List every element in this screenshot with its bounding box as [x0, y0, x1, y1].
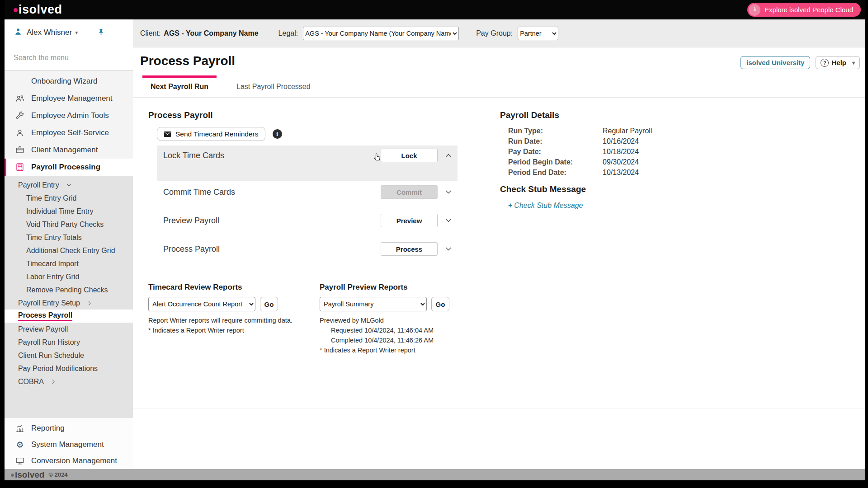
chevron-down-icon — [66, 182, 72, 188]
app-frame: isolved Explore isolved People Cloud Ale… — [5, 0, 865, 480]
pin-icon[interactable] — [97, 28, 105, 37]
timecard-review-reports: Timecard Review Reports Alert Occurrence… — [148, 283, 292, 335]
sidebar-item-employee-management[interactable]: Employee Management — [5, 90, 133, 107]
submenu-individual-time-entry[interactable]: Individual Time Entry — [5, 205, 133, 218]
lock-time-cards-title: Lock Time Cards — [163, 151, 224, 160]
sidebar-bottom-menu: Reporting ⚙ System Management Conversion… — [5, 418, 133, 471]
process-payroll-section-title: Process Payroll — [148, 110, 213, 120]
active-tab-indicator — [142, 75, 217, 78]
client-value: AGS - Your Company Name — [164, 29, 258, 38]
check-stub-message-title: Check Stub Message — [500, 184, 586, 194]
send-timecard-reminders-button[interactable]: Send Timecard Reminders — [157, 127, 265, 141]
submenu-remove-pending-checks[interactable]: Remove Pending Checks — [5, 283, 133, 296]
tab-last-payroll-processed[interactable]: Last Payroll Processed — [228, 75, 319, 91]
sidebar-item-employee-self-service[interactable]: Employee Self-Service — [5, 124, 133, 141]
payroll-details-grid: Run Type: Regular Payroll Run Date: 10/1… — [508, 126, 652, 178]
main-content: Process Payroll isolved University ? Hel… — [133, 47, 865, 469]
person-icon — [14, 128, 25, 138]
user-menu[interactable]: Alex Whisner ▾ — [5, 19, 133, 45]
explore-label: Explore isolved People Cloud — [764, 6, 853, 14]
chevron-up-icon[interactable] — [444, 151, 453, 160]
explore-people-cloud-badge[interactable]: Explore isolved People Cloud — [747, 3, 861, 17]
submenu-payroll-run-history[interactable]: Payroll Run History — [5, 336, 133, 349]
user-icon — [14, 27, 23, 38]
process-button[interactable]: Process — [381, 242, 438, 256]
completed-line: Completed 10/4/2024, 11:46:26 AM — [320, 335, 449, 345]
payroll-preview-reports: Payroll Preview Reports Payroll Summary … — [320, 283, 449, 355]
sidebar-item-payroll-processing[interactable]: Payroll Processing — [5, 159, 133, 176]
chevron-down-icon[interactable] — [444, 244, 453, 253]
rocket-icon — [749, 4, 760, 16]
preview-report-go-button[interactable]: Go — [431, 297, 449, 311]
accordion-process-payroll: Process Payroll Process — [157, 241, 458, 257]
sidebar-item-client-management[interactable]: Client Management — [5, 141, 133, 159]
accordion-lock-time-cards: Lock Time Cards Lock — [157, 145, 458, 181]
preview-reports-title: Payroll Preview Reports — [320, 283, 449, 292]
submenu-void-third-party-checks[interactable]: Void Third Party Checks — [5, 218, 133, 231]
timecard-reports-title: Timecard Review Reports — [148, 283, 292, 292]
submenu-preview-payroll[interactable]: Preview Payroll — [5, 323, 133, 336]
pay-group-select[interactable]: Partner — [518, 27, 558, 40]
submenu-timecard-import[interactable]: Timecard Import — [5, 257, 133, 270]
info-icon[interactable]: i — [273, 129, 282, 139]
isolved-university-button[interactable]: isolved University — [741, 56, 810, 69]
chart-icon — [14, 423, 25, 433]
submenu-client-run-schedule[interactable]: Client Run Schedule — [5, 349, 133, 362]
copyright: © 2024 — [48, 471, 67, 478]
accordion-preview-payroll: Preview Payroll Preview — [157, 212, 458, 229]
sidebar-item-onboarding-wizard[interactable]: Onboarding Wizard — [5, 73, 133, 90]
sidebar-item-reporting[interactable]: Reporting — [5, 420, 133, 436]
payroll-details-panel: Payroll Details Run Type: Regular Payrol… — [500, 110, 652, 178]
help-button[interactable]: ? Help ▾ — [816, 56, 860, 69]
submenu-labor-entry-grid[interactable]: Labor Entry Grid — [5, 270, 133, 283]
submenu-additional-check-entry-grid[interactable]: Additional Check Entry Grid — [5, 244, 133, 257]
sidebar-menu: Onboarding Wizard Employee Management Em… — [5, 71, 133, 469]
sidebar-item-conversion-management[interactable]: Conversion Management — [5, 453, 133, 469]
sidebar-item-system-management[interactable]: ⚙ System Management — [5, 436, 133, 453]
timecard-report-go-button[interactable]: Go — [260, 297, 278, 311]
preview-report-select[interactable]: Payroll Summary — [320, 297, 427, 311]
report-writer-asterisk-note: * Indicates a Report Writer report — [320, 345, 449, 355]
accordion-commit-time-cards: Commit Time Cards Commit — [157, 184, 458, 200]
footer-logo: isolved — [11, 470, 44, 480]
calculator-icon — [14, 162, 25, 172]
footer-logo-dot-icon — [11, 474, 14, 477]
commit-button[interactable]: Commit — [381, 185, 438, 199]
submenu-process-payroll[interactable]: Process Payroll — [5, 310, 133, 323]
chevron-down-icon[interactable] — [444, 188, 453, 197]
client-label: Client: — [140, 29, 160, 38]
chevron-down-icon[interactable] — [444, 216, 453, 225]
add-check-stub-message-link[interactable]: +Check Stub Message — [508, 202, 583, 210]
lock-button[interactable]: Lock — [381, 149, 438, 162]
submenu-time-entry-totals[interactable]: Time Entry Totals — [5, 231, 133, 244]
legal-select[interactable]: AGS - Your Company Name (Your Company Na… — [303, 27, 459, 40]
question-circle-icon: ? — [821, 59, 829, 67]
sidebar-item-employee-admin-tools[interactable]: Employee Admin Tools — [5, 107, 133, 124]
legal-label: Legal: — [278, 29, 298, 38]
tab-next-payroll-run[interactable]: Next Payroll Run — [142, 75, 217, 91]
submenu-pay-period-modifications[interactable]: Pay Period Modifications — [5, 362, 133, 375]
submenu-payroll-entry[interactable]: Payroll Entry — [5, 178, 133, 192]
tab-bar: Next Payroll Run Last Payroll Processed — [142, 75, 319, 91]
previewed-by-line: Previewed by MLGold — [320, 315, 449, 325]
search-input[interactable] — [5, 45, 133, 70]
preview-button[interactable]: Preview — [381, 214, 438, 227]
report-writer-note: Report Writer reports will require commi… — [148, 315, 292, 325]
preview-payroll-title: Preview Payroll — [163, 216, 219, 225]
wrench-icon — [14, 111, 25, 121]
briefcase-icon — [14, 145, 25, 155]
tab-divider — [133, 97, 865, 98]
submenu-payroll-entry-setup[interactable]: Payroll Entry Setup — [5, 296, 133, 310]
gear-icon: ⚙ — [14, 441, 25, 449]
user-name: Alex Whisner — [27, 28, 72, 37]
submenu-cobra[interactable]: COBRA — [5, 375, 133, 388]
payroll-processing-submenu: Payroll Entry Time Entry Grid Individual… — [5, 176, 133, 418]
sidebar: Alex Whisner ▾ Onboarding Wizard Employe… — [5, 19, 133, 469]
footer: isolved © 2024 — [5, 469, 865, 480]
monitor-icon — [14, 456, 25, 466]
caret-down-icon: ▾ — [75, 29, 78, 36]
timecard-report-select[interactable]: Alert Occurrence Count Report — [148, 297, 255, 311]
plus-icon: + — [508, 202, 512, 209]
header-buttons: isolved University ? Help ▾ — [741, 56, 860, 69]
submenu-time-entry-grid[interactable]: Time Entry Grid — [5, 192, 133, 205]
